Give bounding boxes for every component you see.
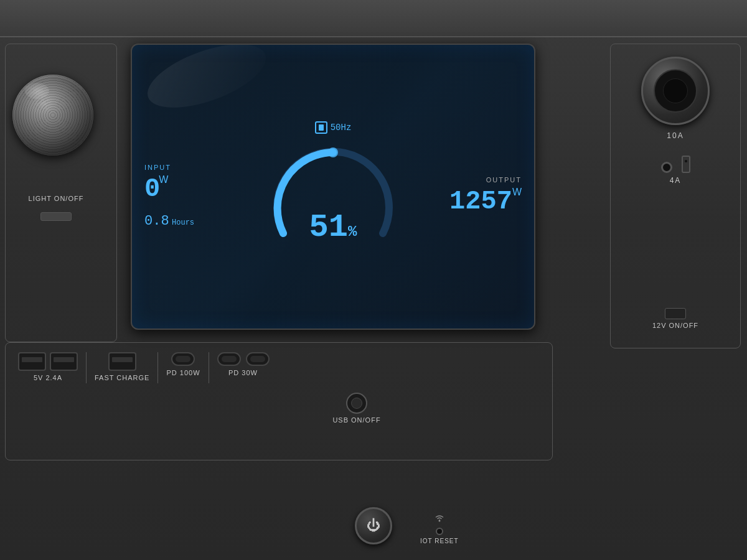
knob-texture (12, 75, 93, 156)
usb-a-5v-label: 5V 2.4A (34, 374, 62, 381)
time-container: 0.8 Hours (144, 213, 265, 229)
divider-2 (157, 352, 158, 383)
power-icon: ⏻ (367, 518, 380, 534)
input-value-container: 0W (144, 174, 265, 204)
pd30w-label: PD 30W (228, 369, 258, 376)
usb-c-pd100w-inner (176, 356, 190, 362)
usb-c-pd100w-port[interactable] (171, 352, 195, 366)
small-ports-area (611, 156, 740, 173)
output-value: 1257 (449, 187, 512, 217)
time-value: 0.8 (144, 213, 169, 229)
display-glare (139, 44, 273, 121)
twelve-v-button[interactable] (665, 308, 686, 319)
wifi-icon-area (433, 513, 446, 525)
gauge-container: 51% (265, 140, 402, 252)
percent-sign: % (348, 223, 357, 240)
right-section: 10A 4A 12V ON/OFF (610, 44, 741, 348)
usb-c-pd30w-port-2[interactable] (246, 352, 270, 366)
divider-1 (86, 352, 87, 383)
output-label: OUTPUT (402, 176, 522, 184)
input-label: INPUT (144, 164, 265, 171)
output-section: OUTPUT 1257W (402, 176, 522, 217)
hz-value: 50Hz (331, 123, 352, 133)
light-knob[interactable] (12, 75, 93, 156)
screen-header: 50Hz (315, 121, 352, 134)
display-screen: 50Hz INPUT 0W 0.8 Hours (131, 44, 535, 330)
svg-point-1 (438, 520, 440, 522)
time-unit: Hours (172, 218, 194, 227)
barrel-port-group (682, 156, 690, 173)
usb-a-fast-charge-group: FAST CHARGE (95, 352, 149, 381)
pd100w-label: PD 100W (166, 369, 200, 376)
usb-panel: 5V 2.4A FAST CHARGE PD 100W (5, 342, 553, 460)
usb-c-pd30w-pair (217, 352, 270, 366)
iot-reset-container: IOT RESET (420, 513, 459, 544)
divider-3 (209, 352, 209, 383)
usb-onoff-button[interactable] (346, 393, 367, 414)
svg-point-0 (328, 147, 338, 157)
usb-ports-row: 5V 2.4A FAST CHARGE PD 100W (18, 352, 540, 383)
percent-value: 51 (309, 209, 348, 246)
usb-c-pd30w-group: PD 30W (217, 352, 270, 376)
gauge-percent: 51% (309, 209, 357, 246)
dc-port-group (661, 162, 672, 173)
iot-reset-label: IOT RESET (420, 538, 459, 544)
car-port-socket (663, 78, 688, 103)
usb-a-5v-group: 5V 2.4A (18, 352, 78, 381)
usb-c-pd30w-inner-1 (222, 356, 237, 362)
car-port-area: 10A (611, 57, 740, 140)
four-a-label: 4A (611, 176, 740, 185)
input-section: INPUT 0W 0.8 Hours (144, 164, 265, 229)
left-section: LIGHT ON/OFF (0, 37, 125, 380)
twelve-v-onoff-area: 12V ON/OFF (652, 308, 698, 329)
input-unit: W (159, 174, 168, 185)
usb-onoff-label: USB ON/OFF (332, 416, 380, 424)
fast-charge-label: FAST CHARGE (95, 374, 149, 381)
output-value-container: 1257W (402, 187, 522, 217)
car-port[interactable] (641, 57, 710, 125)
wifi-icon (433, 513, 446, 523)
power-button-container: ⏻ (355, 507, 392, 544)
hz-icon-inner (319, 124, 324, 131)
car-port-inner (654, 69, 697, 113)
usb-a-ports-pair (18, 352, 78, 371)
top-edge (0, 0, 747, 37)
display-main: INPUT 0W 0.8 Hours (144, 140, 522, 252)
light-knob-container: LIGHT ON/OFF (12, 75, 100, 162)
barrel-jack-pin (685, 160, 687, 162)
iot-reset-dot[interactable] (436, 528, 443, 535)
usb-c-pd30w-port-1[interactable] (217, 352, 241, 366)
usb-c-pd100w-group: PD 100W (166, 352, 200, 376)
usb-c-pd30w-inner-2 (250, 356, 265, 362)
output-unit: W (512, 187, 522, 197)
usb-a-port-2[interactable] (50, 352, 78, 371)
device-panel: LIGHT ON/OFF 50Hz INPUT (0, 0, 747, 560)
usb-onoff-area: USB ON/OFF (174, 393, 540, 424)
twelve-v-label: 12V ON/OFF (652, 322, 698, 329)
hz-icon (315, 121, 327, 134)
dc-port[interactable] (661, 162, 672, 173)
main-content: LIGHT ON/OFF 50Hz INPUT (0, 37, 747, 560)
usb-a-port-1[interactable] (18, 352, 46, 371)
ten-a-label: 10A (667, 131, 684, 140)
light-switch-button[interactable] (40, 212, 72, 221)
usb-onoff-inner (351, 398, 362, 409)
input-value: 0 (144, 174, 159, 204)
barrel-jack[interactable] (682, 156, 690, 173)
power-button[interactable]: ⏻ (355, 507, 392, 544)
light-onoff-label: LIGHT ON/OFF (12, 195, 100, 202)
usb-a-fast-charge-port[interactable] (108, 352, 136, 371)
